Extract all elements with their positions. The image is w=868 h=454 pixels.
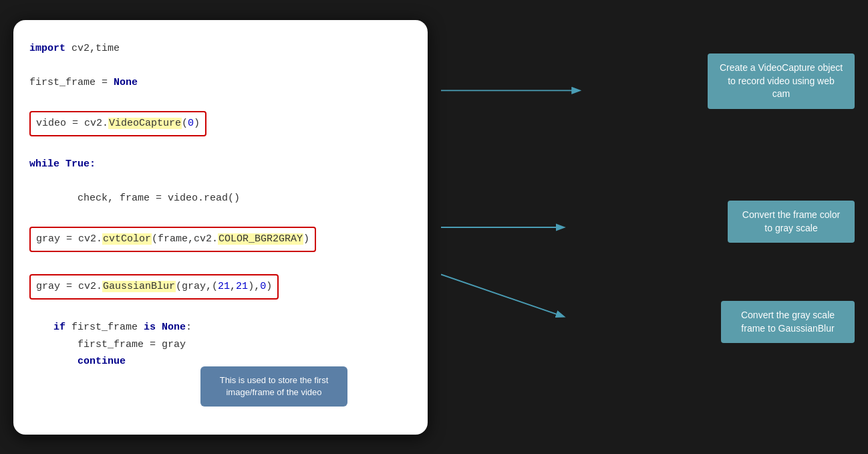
code-line-video: video = cv2.VideoCapture(0): [36, 118, 200, 129]
code-line-gaussianblur: gray = cv2.GaussianBlur(gray,(21,21),0): [36, 281, 272, 292]
annotation-middle-text: Convert the frame color to gray scale: [742, 209, 840, 233]
annotation-bottom-text: Convert the gray scale frame to Gaussian…: [741, 310, 835, 334]
code-line-setframe: first_frame = gray: [29, 336, 412, 354]
code-block: import cv2,time first_frame = None video…: [29, 40, 412, 370]
tooltip-box: This is used to store the first image/fr…: [200, 366, 347, 407]
code-line-blank1: [29, 58, 412, 75]
code-line-blank2: [29, 92, 412, 109]
code-line-firstframe: first_frame = None: [29, 74, 412, 92]
code-line-blank6: [29, 255, 412, 272]
annotations-panel: Create a VideoCapture object to record v…: [441, 13, 861, 441]
code-panel: import cv2,time first_frame = None video…: [13, 20, 428, 435]
code-line-cvtcolor: gray = cv2.cvtColor(frame,cv2.COLOR_BGR2…: [36, 233, 309, 245]
code-line-check: check, frame = video.read(): [29, 190, 412, 207]
annotation-top-text: Create a VideoCapture object to record v…: [720, 62, 843, 99]
cvtcolor-box: gray = cv2.cvtColor(frame,cv2.COLOR_BGR2…: [29, 227, 316, 252]
svg-line-2: [441, 274, 563, 316]
tooltip-text: This is used to store the first image/fr…: [220, 375, 329, 397]
annotation-top: Create a VideoCapture object to record v…: [708, 53, 855, 109]
code-line-import: import cv2,time: [29, 40, 412, 58]
code-line-while: while True:: [29, 156, 412, 173]
code-line-blank5: [29, 207, 412, 225]
code-line-if: if first_frame is None:: [29, 319, 412, 336]
main-container: import cv2,time first_frame = None video…: [0, 0, 868, 454]
code-line-blank7: [29, 302, 412, 320]
gaussianblur-box: gray = cv2.GaussianBlur(gray,(21,21),0): [29, 274, 279, 300]
annotation-bottom: Convert the gray scale frame to Gaussian…: [721, 301, 855, 343]
annotation-middle: Convert the frame color to gray scale: [728, 201, 855, 243]
videocapture-box: video = cv2.VideoCapture(0): [29, 111, 206, 136]
code-line-blank4: [29, 173, 412, 191]
code-line-blank3: [29, 139, 412, 156]
